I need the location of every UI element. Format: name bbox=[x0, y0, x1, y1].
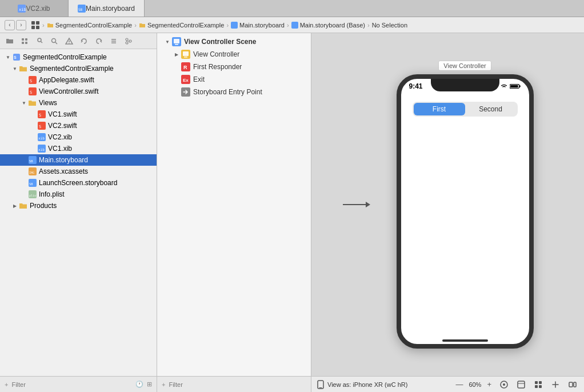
sidebar-item-vc1-swift[interactable]: S VC1.swift bbox=[0, 109, 157, 120]
root-label: SegmentedControlExample bbox=[23, 53, 107, 61]
tab-main-storyboard[interactable]: SB Main.storyboard bbox=[69, 0, 145, 17]
svg-rect-7 bbox=[36, 26, 39, 29]
list-toolbar-button[interactable] bbox=[107, 35, 120, 47]
sidebar-item-main-storyboard[interactable]: SB Main.storyboard bbox=[0, 154, 157, 166]
sidebar-item-products[interactable]: ▶ Products bbox=[0, 200, 157, 211]
canvas-options-2[interactable] bbox=[514, 379, 528, 390]
canvas-options-5[interactable] bbox=[566, 379, 579, 390]
canvas-content[interactable]: View Controller 9:41 bbox=[311, 33, 584, 376]
svg-rect-47 bbox=[174, 39, 179, 43]
outline-filter-input[interactable] bbox=[169, 381, 306, 388]
vc-scene-icon bbox=[172, 37, 181, 46]
svg-text:S: S bbox=[30, 79, 32, 83]
svg-rect-70 bbox=[535, 381, 538, 384]
project-icon: S bbox=[13, 53, 21, 61]
segment-second[interactable]: Second bbox=[465, 103, 517, 115]
group1-label: SegmentedControlExample bbox=[30, 65, 114, 73]
assets-label: Assets.xcassets bbox=[39, 167, 88, 175]
diff-toolbar-button[interactable] bbox=[18, 35, 31, 47]
breadcrumb-back-button[interactable]: ‹ bbox=[5, 20, 15, 30]
zoom-out-button[interactable]: — bbox=[453, 379, 465, 390]
breadcrumb-sep-4: › bbox=[287, 22, 289, 29]
segmented-control[interactable]: First Second bbox=[413, 102, 518, 117]
canvas-options-icon-1 bbox=[499, 380, 509, 389]
storyboard-icon-bc bbox=[231, 22, 238, 29]
canvas-options-icon-5 bbox=[568, 380, 577, 389]
folder-icon-group1 bbox=[19, 65, 27, 73]
outline-item-vc-scene[interactable]: ▼ View Controller Scene bbox=[157, 35, 311, 48]
sidebar-item-appdelegate[interactable]: S AppDelegate.swift bbox=[0, 74, 157, 86]
sidebar-item-vc2-swift[interactable]: S VC2.swift bbox=[0, 120, 157, 131]
inspector-toolbar-button[interactable] bbox=[33, 35, 46, 47]
breadcrumb-item-4[interactable]: Main.storyboard (Base) bbox=[291, 22, 365, 29]
phone-frame: 9:41 bbox=[397, 74, 534, 349]
sidebar-item-vc1-xib[interactable]: xib VC1.xib bbox=[0, 143, 157, 154]
breadcrumb-sep-3: › bbox=[226, 22, 229, 29]
svg-point-17 bbox=[69, 42, 69, 43]
folder-icon-bc2 bbox=[139, 22, 146, 29]
search-toolbar-button[interactable] bbox=[48, 35, 61, 47]
xib-icon-vc2: xib bbox=[38, 133, 46, 141]
sidebar-item-views[interactable]: ▼ Views bbox=[0, 97, 157, 109]
vc1-swift-label: VC1.swift bbox=[48, 110, 77, 118]
folder-icon-bc bbox=[47, 22, 54, 29]
bottom-bar: View as: iPhone XR (wC hR) — 60% + bbox=[311, 376, 584, 392]
sidebar-filter-input[interactable] bbox=[11, 381, 132, 388]
breadcrumb-item-2[interactable]: SegmentedControlExample bbox=[139, 22, 225, 29]
outline-item-vc[interactable]: ▶ View Controller bbox=[157, 48, 311, 61]
outline-tree: ▼ View Controller Scene ▶ bbox=[157, 33, 311, 376]
zoom-in-button[interactable]: + bbox=[485, 379, 494, 390]
sidebar-item-group1[interactable]: ▼ SegmentedControlExample bbox=[0, 63, 157, 74]
canvas-options-1[interactable] bbox=[497, 379, 511, 390]
svg-rect-4 bbox=[31, 21, 35, 25]
canvas-area: View Controller 9:41 bbox=[311, 33, 584, 392]
entry-point-label: Storyboard Entry Point bbox=[193, 88, 262, 96]
warning-toolbar-button[interactable] bbox=[63, 35, 75, 47]
svg-rect-71 bbox=[539, 381, 542, 384]
sidebar-item-root[interactable]: ▼ S SegmentedControlExample bbox=[0, 51, 157, 63]
redo-toolbar-button[interactable] bbox=[93, 35, 105, 47]
vc1-swift-toggle bbox=[30, 111, 37, 118]
svg-rect-72 bbox=[535, 385, 538, 388]
folder-icon-products bbox=[19, 202, 27, 210]
branch-toolbar-button[interactable] bbox=[122, 35, 135, 47]
xcassets-icon: IMG bbox=[29, 167, 37, 175]
sidebar-tree: ▼ S SegmentedControlExample ▼ SegmentedC… bbox=[0, 49, 157, 376]
breadcrumb-item-3[interactable]: Main.storyboard bbox=[231, 22, 285, 29]
sidebar-item-viewcontroller[interactable]: S ViewController.swift bbox=[0, 86, 157, 97]
canvas-options-icon-2 bbox=[517, 380, 526, 389]
svg-rect-63 bbox=[510, 85, 518, 87]
inspector-toolbar-icon bbox=[35, 37, 43, 45]
svg-rect-74 bbox=[569, 382, 573, 387]
svg-rect-8 bbox=[231, 22, 238, 29]
svg-point-14 bbox=[38, 38, 41, 42]
phone-content: First Second bbox=[401, 91, 529, 127]
canvas-device-icon bbox=[316, 380, 325, 389]
first-responder-icon: R bbox=[181, 62, 190, 71]
svg-rect-11 bbox=[25, 38, 27, 41]
sidebar-item-info-plist[interactable]: plist Info.plist bbox=[0, 189, 157, 200]
folder-toolbar-icon bbox=[6, 37, 14, 45]
plist-label: Info.plist bbox=[39, 190, 65, 198]
segment-first[interactable]: First bbox=[414, 103, 465, 115]
tab-vc2-xib[interactable]: xib VC2.xib bbox=[0, 0, 69, 17]
canvas-options-3[interactable] bbox=[531, 379, 545, 390]
undo-toolbar-button[interactable] bbox=[78, 35, 90, 47]
outline-item-entry-point[interactable]: Storyboard Entry Point bbox=[157, 86, 311, 98]
views-toggle: ▼ bbox=[21, 99, 27, 106]
breadcrumb-item-5[interactable]: No Selection bbox=[372, 22, 407, 29]
sidebar-item-launchscreen[interactable]: SB LaunchScreen.storyboard bbox=[0, 177, 157, 189]
outline-item-first-responder[interactable]: R First Responder bbox=[157, 61, 311, 73]
breadcrumb-item-1[interactable]: SegmentedControlExample bbox=[47, 22, 133, 29]
svg-text:xib: xib bbox=[19, 7, 26, 12]
xib-icon: xib bbox=[18, 5, 26, 13]
folder-toolbar-button[interactable] bbox=[3, 35, 16, 47]
sidebar-toolbar bbox=[0, 33, 157, 49]
canvas-options-4[interactable] bbox=[549, 379, 562, 390]
outline-item-exit[interactable]: Ex Exit bbox=[157, 73, 311, 86]
sidebar-item-vc2-xib[interactable]: xib VC2.xib bbox=[0, 131, 157, 143]
svg-text:S: S bbox=[14, 55, 17, 59]
sidebar-item-assets[interactable]: IMG Assets.xcassets bbox=[0, 166, 157, 177]
breadcrumb-forward-button[interactable]: › bbox=[16, 20, 26, 30]
vc-scene-label: View Controller Scene bbox=[184, 38, 257, 46]
